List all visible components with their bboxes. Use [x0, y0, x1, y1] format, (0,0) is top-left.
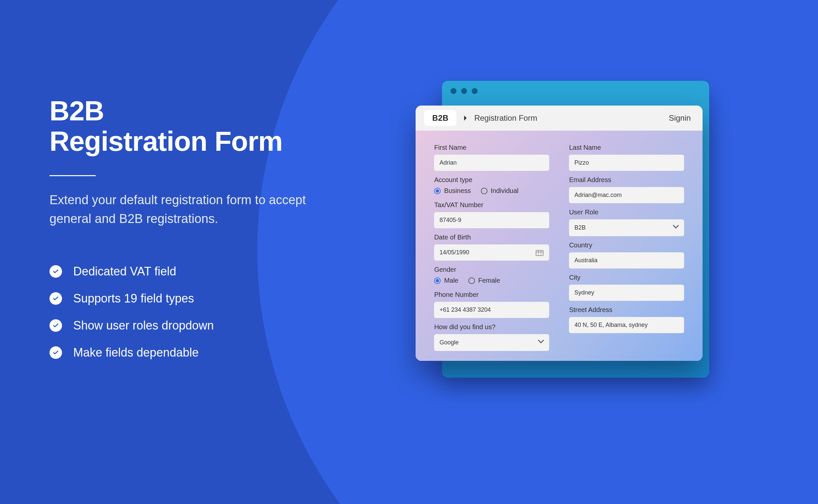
last-name-group: Last Name	[569, 144, 684, 171]
first-name-group: First Name	[434, 144, 549, 171]
registration-window: B2B Registration Form Signin First Name	[416, 106, 703, 361]
window-controls	[442, 81, 709, 101]
check-icon	[49, 292, 62, 305]
svg-rect-0	[536, 250, 543, 256]
feature-label: Supports 19 field types	[73, 292, 194, 305]
caret-right-icon	[463, 115, 468, 121]
window-dot-icon	[461, 88, 467, 94]
tax-vat-label: Tax/VAT Number	[434, 201, 549, 209]
feature-item: Make fields dependable	[49, 346, 373, 360]
phone-input[interactable]	[434, 302, 549, 318]
street-address-label: Street Address	[569, 306, 684, 314]
found-us-value: Google	[439, 339, 458, 346]
gender-label: Gender	[434, 266, 549, 273]
phone-label: Phone Number	[434, 291, 549, 299]
tax-vat-group: Tax/VAT Number	[434, 201, 549, 228]
feature-label: Make fields dependable	[73, 346, 199, 360]
check-icon	[49, 319, 62, 332]
last-name-label: Last Name	[569, 144, 684, 151]
phone-group: Phone Number	[434, 291, 549, 318]
account-type-label: Account type	[434, 176, 549, 184]
dob-group: Date of Birth 14/05/1990	[434, 234, 549, 261]
gender-male-radio[interactable]: Male	[434, 277, 458, 284]
preview-area: B2B Registration Form Signin First Name	[393, 0, 818, 504]
last-name-input[interactable]	[569, 155, 684, 171]
chevron-down-icon	[538, 339, 544, 346]
email-label: Email Address	[569, 176, 684, 184]
user-role-value: B2B	[574, 224, 585, 231]
country-group: Country	[569, 241, 684, 268]
user-role-label: User Role	[569, 208, 684, 216]
page-container: B2B Registration Form Extend your defaul…	[0, 0, 818, 504]
radio-icon	[434, 188, 441, 194]
found-us-group: How did you find us? Google	[434, 323, 549, 351]
account-type-individual-radio[interactable]: Individual	[481, 187, 519, 195]
hero-title-line2: Registration Form	[49, 126, 373, 156]
feature-item: Supports 19 field types	[49, 292, 373, 305]
radio-icon	[434, 277, 441, 284]
dob-label: Date of Birth	[434, 234, 549, 241]
found-us-select[interactable]: Google	[434, 334, 549, 351]
radio-label: Individual	[491, 187, 519, 195]
city-group: City	[569, 274, 684, 301]
feature-label: Dedicated VAT field	[73, 265, 176, 278]
user-role-select[interactable]: B2B	[569, 219, 684, 236]
signin-link[interactable]: Signin	[669, 113, 691, 123]
dob-value: 14/05/1990	[439, 249, 469, 256]
country-input[interactable]	[569, 252, 684, 268]
street-address-input[interactable]	[569, 317, 684, 333]
hero-title-line1: B2B	[49, 96, 373, 126]
found-us-label: How did you find us?	[434, 323, 549, 331]
tax-vat-input[interactable]	[434, 212, 549, 228]
city-label: City	[569, 274, 684, 281]
street-address-group: Street Address	[569, 306, 684, 333]
gender-female-radio[interactable]: Female	[468, 277, 500, 284]
dob-input[interactable]: 14/05/1990	[434, 244, 549, 261]
window-header: B2B Registration Form Signin	[416, 106, 703, 131]
city-input[interactable]	[569, 285, 684, 301]
radio-label: Business	[444, 187, 471, 195]
feature-label: Show user roles dropdown	[73, 319, 214, 332]
hero-divider	[49, 175, 96, 176]
radio-icon	[481, 188, 488, 194]
feature-item: Dedicated VAT field	[49, 265, 373, 278]
b2b-logo-chip: B2B	[424, 110, 456, 126]
radio-icon	[468, 277, 475, 284]
gender-group: Gender Male Female	[434, 266, 549, 286]
calendar-icon	[535, 249, 544, 256]
check-icon	[49, 346, 62, 359]
hero-subtitle: Extend your default registration form to…	[49, 191, 333, 228]
feature-item: Show user roles dropdown	[49, 319, 373, 332]
feature-list: Dedicated VAT field Supports 19 field ty…	[49, 265, 373, 360]
chevron-down-icon	[673, 224, 679, 232]
hero-section: B2B Registration Form Extend your defaul…	[0, 0, 393, 504]
email-input[interactable]	[569, 187, 684, 203]
first-name-label: First Name	[434, 144, 549, 151]
first-name-input[interactable]	[434, 155, 549, 171]
check-icon	[49, 265, 62, 278]
form-body: First Name Account type Business	[416, 131, 703, 361]
window-dot-icon	[472, 88, 478, 94]
radio-label: Female	[478, 277, 500, 284]
email-group: Email Address	[569, 176, 684, 203]
window-dot-icon	[451, 88, 456, 94]
account-type-group: Account type Business Individual	[434, 176, 549, 196]
account-type-business-radio[interactable]: Business	[434, 187, 471, 195]
radio-label: Male	[444, 277, 458, 284]
window-title: Registration Form	[474, 113, 537, 123]
country-label: Country	[569, 241, 684, 249]
user-role-group: User Role B2B	[569, 208, 684, 236]
